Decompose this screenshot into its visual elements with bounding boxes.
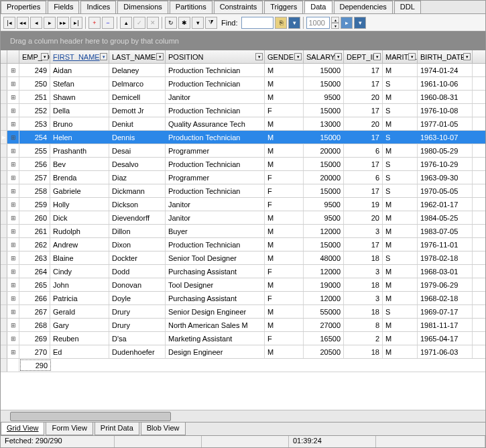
cell-marital[interactable]: M <box>383 64 418 76</box>
cell-marital[interactable]: S <box>383 251 418 264</box>
cell-dept_id[interactable]: 18 <box>344 345 383 358</box>
cell-marital[interactable]: M <box>383 225 418 237</box>
cell-birth_date[interactable]: 1970-05-05 <box>418 184 473 197</box>
refresh-button[interactable]: ↻ <box>165 17 177 29</box>
cell-position[interactable]: Purchasing Assistant <box>166 265 265 278</box>
cell-gender[interactable]: M <box>265 131 304 144</box>
cell-first_name[interactable]: Patricia <box>50 292 109 304</box>
expand-row-button[interactable]: ⊞ <box>7 131 19 144</box>
cell-marital[interactable]: S <box>383 77 418 90</box>
cell-salary[interactable]: 13000 <box>304 117 344 130</box>
cell-dept_id[interactable]: 17 <box>344 104 383 117</box>
cell-salary[interactable]: 16500 <box>304 332 344 345</box>
cell-first_name[interactable]: Helen <box>50 131 109 144</box>
cell-last_name[interactable]: Drury <box>109 305 166 318</box>
tab-form-view[interactable]: Form View <box>46 423 93 435</box>
filter-button[interactable]: ▾ <box>192 17 204 29</box>
cell-first_name[interactable]: Rudolph <box>50 225 109 237</box>
cell-position[interactable]: Janitor <box>166 198 265 211</box>
cell-first_name[interactable]: Prashanth <box>50 144 109 157</box>
cell-birth_date[interactable]: 1962-01-17 <box>418 198 473 211</box>
table-row[interactable]: ⊞252DellaDemott JrProduction TechnicianF… <box>1 104 485 117</box>
expand-row-button[interactable]: ⊞ <box>7 184 19 197</box>
cell-position[interactable]: Senior Tool Designer <box>166 251 265 264</box>
cell-marital[interactable]: M <box>383 91 418 103</box>
cell-birth_date[interactable]: 1977-01-05 <box>418 117 473 130</box>
cell-marital[interactable]: M <box>383 345 418 358</box>
cell-last_name[interactable]: Dixon <box>109 238 166 251</box>
cell-gender[interactable]: F <box>265 198 304 211</box>
cell-birth_date[interactable]: 1976-10-08 <box>418 104 473 117</box>
cell-last_name[interactable]: Dillon <box>109 225 166 237</box>
table-row[interactable]: ⊞256BevDesalvoProduction TechnicianM1500… <box>1 158 485 171</box>
cell-birth_date[interactable]: 1961-10-06 <box>418 77 473 90</box>
cell-position[interactable]: Buyer <box>166 225 265 237</box>
cell-emp_id[interactable]: 255 <box>19 144 50 157</box>
cell-last_name[interactable]: Delmarco <box>109 77 166 90</box>
expand-row-button[interactable]: ⊞ <box>7 104 19 117</box>
cell-emp_id[interactable]: 256 <box>19 158 50 170</box>
cell-last_name[interactable]: Deniut <box>109 117 166 130</box>
column-filter-icon[interactable]: ▾ <box>294 53 302 60</box>
tab-dependencies[interactable]: Dependencies <box>334 1 393 13</box>
table-row[interactable]: ⊞259HollyDicksonJanitorF950019M1962-01-1… <box>1 198 485 211</box>
cell-first_name[interactable]: Blaine <box>50 251 109 264</box>
cell-first_name[interactable]: Cindy <box>50 265 109 278</box>
delete-button[interactable]: − <box>102 17 114 29</box>
cell-marital[interactable]: S <box>383 184 418 197</box>
cell-salary[interactable]: 48000 <box>304 251 344 264</box>
tab-triggers[interactable]: Triggers <box>264 1 303 13</box>
cell-first_name[interactable]: Gary <box>50 319 109 331</box>
cell-dept_id[interactable]: 6 <box>344 144 383 157</box>
cell-gender[interactable]: F <box>265 332 304 345</box>
cell-birth_date[interactable]: 1979-06-29 <box>418 278 473 291</box>
cell-emp_id[interactable]: 263 <box>19 251 50 264</box>
table-row[interactable]: ⊞261RudolphDillonBuyerM120003M1983-07-05 <box>1 225 485 238</box>
cell-last_name[interactable]: Demicell <box>109 91 166 103</box>
cell-emp_id[interactable]: 253 <box>19 117 50 130</box>
cell-emp_id[interactable]: 269 <box>19 332 50 345</box>
funnel-icon[interactable]: ⧩ <box>205 17 217 29</box>
cell-position[interactable]: Production Technician <box>166 158 265 170</box>
cell-last_name[interactable]: Desai <box>109 144 166 157</box>
cell-emp_id[interactable]: 259 <box>19 198 50 211</box>
table-row[interactable]: ⊞266PatriciaDoylePurchasing AssistantF12… <box>1 292 485 305</box>
cell-dept_id[interactable]: 20 <box>344 91 383 103</box>
cell-gender[interactable]: M <box>265 251 304 264</box>
cell-emp_id[interactable]: 250 <box>19 77 50 90</box>
cell-gender[interactable]: F <box>265 171 304 184</box>
cell-birth_date[interactable]: 1980-05-29 <box>418 144 473 157</box>
table-row[interactable]: ⊞270EdDudenhoeferDesign EngineerM2050018… <box>1 345 485 359</box>
cell-emp_id[interactable]: 270 <box>19 345 50 358</box>
expand-row-button[interactable]: ⊞ <box>7 305 19 318</box>
cell-dept_id[interactable]: 17 <box>344 77 383 90</box>
cell-gender[interactable]: M <box>265 319 304 331</box>
cell-salary[interactable]: 15000 <box>304 184 344 197</box>
cell-first_name[interactable]: John <box>50 278 109 291</box>
expand-row-button[interactable]: ⊞ <box>7 225 19 237</box>
cell-last_name[interactable]: Dickmann <box>109 184 166 197</box>
tab-print-data[interactable]: Print Data <box>95 423 139 435</box>
table-row[interactable]: ⊞267GeraldDrurySenior Design EngineerM55… <box>1 305 485 319</box>
column-filter-icon[interactable]: ▾ <box>156 53 164 60</box>
cell-marital[interactable]: S <box>383 305 418 318</box>
cell-last_name[interactable]: Dodd <box>109 265 166 278</box>
cell-last_name[interactable]: Donovan <box>109 278 166 291</box>
expand-row-button[interactable]: ⊞ <box>7 251 19 264</box>
cell-first_name[interactable]: Brenda <box>50 171 109 184</box>
expand-row-button[interactable]: ⊞ <box>7 319 19 331</box>
cell-position[interactable]: Production Technician <box>166 64 265 76</box>
cell-first_name[interactable]: Stefan <box>50 77 109 90</box>
cell-last_name[interactable]: Doyle <box>109 292 166 304</box>
cell-dept_id[interactable]: 18 <box>344 278 383 291</box>
cell-marital[interactable]: M <box>383 278 418 291</box>
cell-gender[interactable]: M <box>265 238 304 251</box>
cell-last_name[interactable]: Dockter <box>109 251 166 264</box>
cell-first_name[interactable]: Dick <box>50 211 109 224</box>
cell-emp_id[interactable]: 257 <box>19 171 50 184</box>
cell-gender[interactable]: F <box>265 184 304 197</box>
cell-dept_id[interactable]: 17 <box>344 131 383 144</box>
cell-first_name[interactable]: Reuben <box>50 332 109 345</box>
cell-marital[interactable]: M <box>383 211 418 224</box>
cell-gender[interactable]: M <box>265 117 304 130</box>
